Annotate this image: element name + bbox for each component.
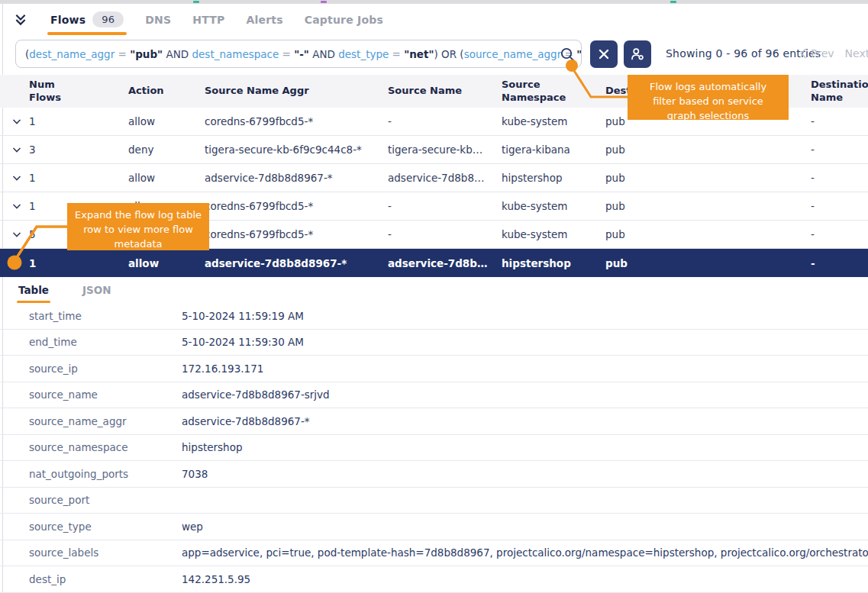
expand-row-chevron-icon[interactable]: [8, 147, 29, 153]
query-token: "pub": [576, 48, 582, 60]
detail-value: 7038: [182, 468, 868, 480]
flow-cell-action: allow: [128, 115, 205, 127]
user-gear-icon: [630, 47, 645, 62]
tab-count-badge: 96: [92, 11, 124, 27]
search-icon[interactable]: [560, 47, 576, 66]
query-token: AND: [163, 48, 192, 60]
detail-row: source_ip172.16.193.171: [0, 356, 868, 382]
detail-key: source_name: [29, 388, 182, 401]
detail-row: source_port: [0, 488, 868, 514]
column-header: Destination Name: [811, 79, 868, 104]
expand-row-chevron-icon[interactable]: [8, 259, 29, 266]
speck: [670, 1, 676, 3]
tab-http[interactable]: HTTP: [182, 4, 235, 35]
detail-value: 172.16.193.171: [182, 363, 868, 375]
tab-dns[interactable]: DNS: [134, 4, 182, 35]
detail-row: nat_outgoing_ports7038: [0, 461, 868, 488]
flow-cell-src_ns: tigera-kibana: [502, 143, 605, 156]
detail-value: 142.251.5.95: [182, 573, 868, 585]
query-token: =: [389, 48, 404, 60]
user-settings-button[interactable]: [624, 40, 651, 68]
detail-row: dest_ip142.251.5.95: [0, 566, 868, 593]
column-header: Source Name Aggr: [205, 85, 388, 97]
next-button[interactable]: Next: [845, 47, 868, 60]
detail-tab-table[interactable]: Table: [8, 277, 60, 303]
detail-key: dest_ip: [29, 573, 182, 585]
collapse-panel-button[interactable]: [8, 8, 34, 31]
flow-cell-src_name: adservice-7d8b8…: [388, 172, 502, 184]
flow-cell-action: allow: [128, 172, 205, 184]
flow-cell-dest_name: -: [811, 228, 868, 240]
expand-row-chevron-icon[interactable]: [8, 175, 29, 182]
detail-key: source_namespace: [29, 441, 182, 453]
flow-cell-src_ns: kube-system: [502, 228, 605, 240]
query-token: dest_namespace: [192, 48, 279, 60]
flow-cell-src_ns: kube-system: [502, 115, 605, 127]
flow-cell-dest_aggr: pub: [605, 228, 811, 240]
detail-table: start_time5-10-2024 11:59:19 AMend_time5…: [0, 303, 868, 593]
detail-row: source_typewep: [0, 514, 868, 540]
tab-capture-jobs[interactable]: Capture Jobs: [294, 4, 394, 35]
flow-row[interactable]: 1allowadservice-7d8b8d8967-*adservice-7d…: [0, 164, 868, 192]
flow-cell-action: allow: [128, 257, 205, 269]
flow-cell-dest_name: -: [811, 200, 868, 212]
query-token: AND: [309, 48, 338, 60]
detail-row: start_time5-10-2024 11:59:19 AM: [0, 303, 868, 330]
tab-label: Alerts: [246, 14, 282, 26]
detail-key: source_name_aggr: [29, 415, 182, 427]
query-token: "-": [294, 48, 309, 60]
clear-filter-button[interactable]: [590, 40, 618, 68]
detail-key: source_port: [29, 494, 182, 506]
flow-cell-src_name: -: [388, 115, 502, 127]
detail-value: adservice-7d8b8d8967-*: [182, 415, 868, 427]
flow-cell-src_aggr: coredns-6799fbcd5-*: [205, 115, 388, 127]
query-token: ) OR (: [434, 48, 464, 60]
expand-row-chevron-icon[interactable]: [8, 231, 29, 238]
flow-cell-src_ns: kube-system: [502, 200, 605, 212]
prev-button[interactable]: Prev: [800, 47, 834, 60]
flow-cell-num: 1: [29, 115, 128, 127]
detail-key: nat_outgoing_ports: [29, 468, 182, 480]
tooltip-expand-row: Expand the flow log table row to view mo…: [67, 203, 209, 250]
flow-logs-panel: Flows96DNSHTTPAlertsCapture Jobs (dest_n…: [0, 0, 868, 593]
search-input[interactable]: (dest_name_aggr = "pub" AND dest_namespa…: [15, 40, 582, 68]
flow-row[interactable]: 1allowadservice-7d8b8d8967-*adservice-7d…: [0, 249, 868, 277]
flow-cell-dest_aggr: pub: [605, 200, 811, 212]
query-token: dest_name_aggr: [29, 48, 115, 60]
expand-row-chevron-icon[interactable]: [8, 203, 29, 210]
query-token: dest_type: [338, 48, 389, 60]
query-token: source_name_aggr: [464, 48, 562, 60]
chevron-left-icon: [800, 48, 807, 59]
tab-label: Flows: [50, 14, 86, 26]
flow-cell-src_aggr: tigera-secure-kb-6f9c9c44c8-*: [205, 143, 388, 156]
query-token: "net": [404, 48, 434, 60]
query-token: =: [279, 48, 294, 60]
flow-cell-src_aggr: adservice-7d8b8d8967-*: [205, 172, 388, 184]
flow-cell-dest_name: -: [811, 143, 868, 156]
query-token: =: [115, 48, 130, 60]
flow-cell-dest_name: -: [811, 172, 868, 184]
speck: [321, 1, 327, 3]
speck: [193, 1, 199, 3]
detail-row: source_labelsapp=adservice, pci=true, po…: [0, 540, 868, 567]
tooltip-service-graph-filter: Flow logs automatically filter based on …: [628, 75, 789, 120]
detail-value: app=adservice, pci=true, pod-template-ha…: [182, 546, 868, 559]
detail-row: source_name_aggradservice-7d8b8d8967-*: [0, 408, 868, 435]
flow-cell-src_name: adservice-7d8b8…: [388, 257, 502, 269]
flow-cell-src_ns: hipstershop: [502, 257, 605, 269]
flow-cell-dest_name: -: [811, 257, 868, 269]
tab-flows[interactable]: Flows96: [40, 4, 134, 35]
pagination-summary: Showing 0 - 96 of 96 entries: [666, 47, 821, 60]
expand-row-chevron-icon[interactable]: [8, 118, 29, 125]
tab-label: HTTP: [192, 14, 224, 26]
detail-value: adservice-7d8b8d8967-srjvd: [182, 388, 868, 401]
flow-cell-src_name: -: [388, 228, 502, 240]
flow-cell-dest_aggr: pub: [605, 143, 811, 156]
detail-tab-json[interactable]: JSON: [72, 277, 122, 303]
detail-row: source_nameadservice-7d8b8d8967-srjvd: [0, 382, 868, 409]
tab-label: Capture Jobs: [305, 14, 383, 26]
flow-row[interactable]: 3denytigera-secure-kb-6f9c9c44c8-*tigera…: [0, 136, 868, 164]
flow-cell-dest_name: -: [811, 115, 868, 127]
tab-alerts[interactable]: Alerts: [235, 4, 293, 35]
flow-cell-num: 3: [29, 143, 128, 156]
